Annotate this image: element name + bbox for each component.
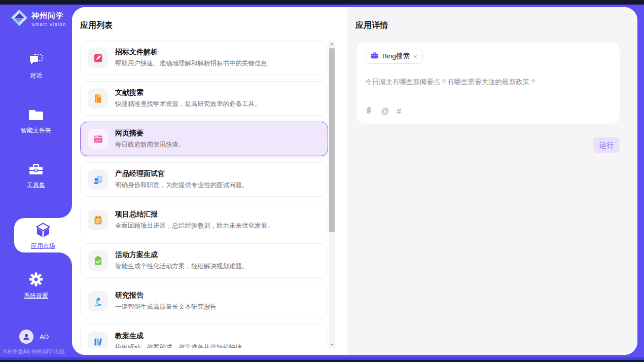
app-detail-title: 应用详情 [355,20,388,31]
scroll-down-arrow[interactable]: ▼ [329,342,335,348]
brand-title: 神州问学 [31,11,66,21]
brand-logo: 神州问学 Smart Vision [10,9,66,29]
doc-edit-icon [88,48,108,68]
avatar [19,330,33,344]
app-card-bid-doc-analysis[interactable]: 招标文件解析 帮助用户快速、准确地理解和解析招标书中的关键信息 [80,41,328,75]
sidebar-item-label: 工具集 [0,181,72,190]
cube-icon [34,232,52,240]
run-button[interactable]: 运行 [593,137,620,153]
app-card-event-plan[interactable]: 活动方案生成 智能生成个性化活动方案，轻松解决规划难题。 [80,243,328,278]
active-tab-curve-bottom [59,252,72,266]
sidebar-item-settings[interactable]: 系统设置 [0,272,72,300]
sidebar-item-app-market[interactable]: 应用市场 [14,218,72,252]
notepad-icon [88,210,108,230]
app-name: 研究报告 [115,291,217,300]
toolbox-icon [28,162,44,178]
app-name: 文献搜索 [115,88,261,97]
books-icon [88,332,108,348]
user-initials: AD [40,333,49,341]
app-detail-panel: 应用详情 Bing搜索 × 今日湖北有哪些新闻要点？有哪些需要关注的最新政策？ [347,7,637,355]
chat-icon [28,53,44,69]
scrollbar-thumb[interactable] [329,48,335,232]
brand-diamond-icon [10,9,28,29]
mention-icon[interactable]: @ [381,107,389,116]
svg-text:</>: </> [95,138,100,141]
paperclip-icon[interactable] [364,105,373,118]
app-card-research-report[interactable]: 研究报告 一键智能生成高质量长文本研究报告 [80,284,328,318]
app-desc: 明确身份和职责，为您提供专业性的面试问题。 [115,181,248,190]
microscope-icon [88,291,108,311]
app-desc: 一键智能生成高质量长文本研究报告 [115,303,217,311]
brand-subtitle: Smart Vision [31,22,66,27]
sidebar-item-label: 对话 [0,71,72,80]
sidebar-item-toolset[interactable]: 工具集 [0,162,72,190]
gear-icon [28,272,44,289]
app-list: 招标文件解析 帮助用户快速、准确地理解和解析招标书中的关键信息 文献搜索 快速精… [80,41,328,348]
clipboard-check-icon [88,250,108,271]
app-card-pm-interviewer[interactable]: 产品经理面试官 明确身份和职责，为您提供专业性的面试问题。 [80,162,328,197]
prompt-message-text[interactable]: 今日湖北有哪些新闻要点？有哪些需要关注的最新政策？ [365,77,612,87]
app-name: 项目总结汇报 [115,210,274,219]
interviewer-icon [88,169,108,190]
sidebar: 神州问学 Smart Vision 对话 智能文件夹 [0,5,72,358]
app-card-web-summary[interactable]: </> 网页摘要 每日政府新闻资讯快查。 [80,122,328,156]
editor-toolbar: @ # [364,105,401,118]
active-tab-curve-top [59,205,72,218]
book-icon [88,88,108,108]
tool-tag-bing-search[interactable]: Bing搜索 × [365,49,423,64]
app-desc: 快速精准查找学术资源，提高研究效率的必备工具。 [115,100,261,108]
sidebar-item-label: 智能文件夹 [0,126,72,135]
app-card-literature-search[interactable]: 文献搜索 快速精准查找学术资源，提高研究效率的必备工具。 [80,81,328,116]
scroll-up-arrow[interactable]: ▲ [329,41,335,47]
app-desc: 模板驱动，教案秒成，教学准备从此轻松快捷 [115,343,242,348]
app-name: 招标文件解析 [115,48,267,57]
close-icon[interactable]: × [413,53,417,60]
app-name: 教案生成 [115,332,242,341]
app-card-project-summary[interactable]: 项目总结汇报 全面回顾项目进展，总结经验教训，助力未来优化发展。 [80,203,328,237]
sidebar-item-chat[interactable]: 对话 [0,53,72,80]
app-desc: 每日政府新闻资讯快查。 [115,140,185,149]
browser-code-icon: </> [88,129,108,149]
tool-tag-label: Bing搜索 [382,52,410,61]
prompt-editor-card[interactable]: Bing搜索 × 今日湖北有哪些新闻要点？有哪些需要关注的最新政策？ @ # [356,42,620,124]
briefcase-icon [370,51,379,62]
app-desc: 帮助用户快速、准确地理解和解析招标书中的关键信息 [115,59,267,68]
folder-icon [28,108,44,124]
user-account[interactable]: AD [19,330,49,344]
sidebar-item-label: 应用市场 [14,242,72,250]
app-desc: 智能生成个性化活动方案，轻松解决规划难题。 [115,262,248,271]
bottom-edge-accent [0,357,644,360]
app-name: 活动方案生成 [115,250,248,260]
sidebar-item-label: 系统设置 [0,292,72,300]
hash-icon[interactable]: # [397,107,401,116]
app-desc: 全面回顾项目进展，总结经验教训，助力未来优化发展。 [115,222,274,230]
app-name: 产品经理面试官 [115,169,248,178]
app-name: 网页摘要 [115,129,185,138]
app-list-title: 应用列表 [80,20,113,31]
app-card-lesson-plan[interactable]: 教案生成 模板驱动，教案秒成，教学准备从此轻松快捷 [80,324,328,348]
app-list-scrollbar[interactable]: ▲ ▼ [329,41,335,348]
copyright-text: ©神州数码·神州问学出品 [3,348,65,355]
sidebar-item-smart-folder[interactable]: 智能文件夹 [0,108,72,135]
app-list-panel: 应用列表 招标文件解析 帮助用户快速、准确地理解和解析招标书中的关键信息 [72,7,347,355]
main-content: 应用列表 招标文件解析 帮助用户快速、准确地理解和解析招标书中的关键信息 [72,7,637,355]
